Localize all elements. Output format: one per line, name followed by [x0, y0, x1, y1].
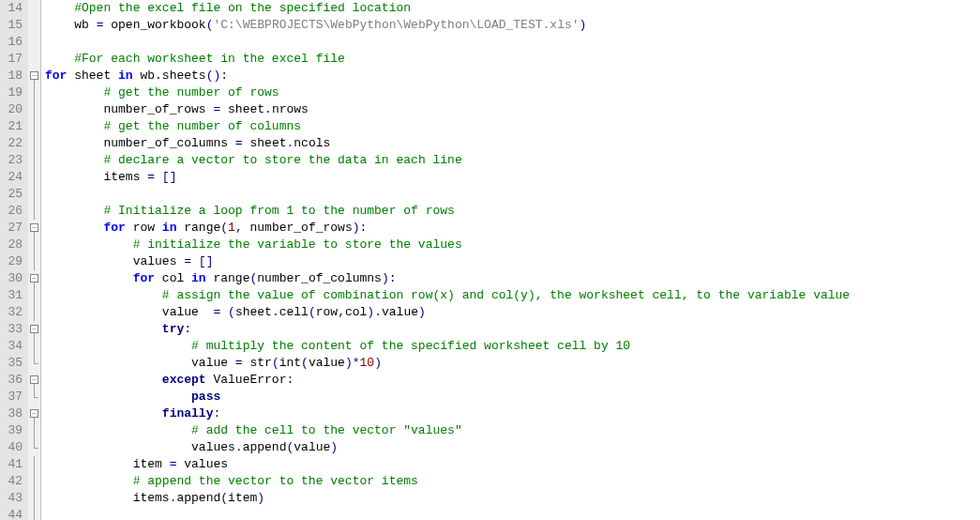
code-line[interactable]: # initialize the variable to store the v… — [45, 237, 980, 253]
line-number: 41 — [2, 456, 23, 473]
code-area[interactable]: #Open the excel file on the specified lo… — [41, 0, 980, 520]
code-line[interactable]: except ValueError: — [45, 372, 980, 389]
fold-toggle-icon[interactable]: − — [30, 409, 38, 418]
code-line[interactable]: for row in range(1, number_of_rows): — [45, 220, 980, 237]
code-line[interactable]: finally: — [45, 405, 980, 422]
line-number: 33 — [2, 321, 23, 338]
line-number: 14 — [2, 0, 23, 17]
line-number: 18 — [2, 68, 23, 84]
code-line[interactable] — [45, 507, 980, 520]
line-number: 24 — [2, 169, 23, 186]
line-number: 21 — [2, 118, 23, 135]
code-line[interactable]: # multiply the content of the specified … — [45, 338, 980, 355]
code-line[interactable]: for col in range(number_of_columns): — [45, 270, 980, 287]
code-line[interactable]: values.append(value) — [45, 439, 980, 456]
line-number: 22 — [2, 135, 23, 152]
code-line[interactable]: value = str(int(value)*10) — [45, 355, 980, 372]
code-line[interactable]: #For each worksheet in the excel file — [45, 51, 980, 68]
code-line[interactable]: try: — [45, 321, 980, 338]
line-number: 40 — [2, 439, 23, 456]
fold-toggle-icon[interactable]: − — [30, 71, 38, 80]
code-line[interactable]: # append the vector to the vector items — [45, 473, 980, 490]
line-number: 38 — [2, 405, 23, 422]
line-number: 31 — [2, 287, 23, 304]
code-line[interactable]: # assign the value of combination row(x)… — [45, 287, 980, 304]
code-line[interactable]: # declare a vector to store the data in … — [45, 152, 980, 169]
code-line[interactable]: # add the cell to the vector "values" — [45, 422, 980, 439]
line-number: 15 — [2, 17, 23, 34]
code-line[interactable]: # get the number of columns — [45, 118, 980, 135]
code-line[interactable]: wb = open_workbook('C:\WEBPROJECTS\WebPy… — [45, 17, 980, 34]
line-number: 23 — [2, 152, 23, 169]
code-line[interactable]: number_of_columns = sheet.ncols — [45, 135, 980, 152]
code-line[interactable]: number_of_rows = sheet.nrows — [45, 101, 980, 118]
fold-toggle-icon[interactable]: − — [30, 223, 38, 232]
fold-toggle-icon[interactable]: − — [30, 274, 38, 283]
code-line[interactable]: item = values — [45, 456, 980, 473]
line-number: 35 — [2, 355, 23, 372]
code-line[interactable]: # Initialize a loop from 1 to the number… — [45, 203, 980, 220]
line-number: 37 — [2, 389, 23, 405]
line-number-gutter: 1415161718192021222324252627282930313233… — [0, 0, 28, 520]
code-line[interactable] — [45, 34, 980, 51]
code-line[interactable] — [45, 186, 980, 203]
line-number: 34 — [2, 338, 23, 355]
line-number: 39 — [2, 422, 23, 439]
code-line[interactable]: for sheet in wb.sheets(): — [45, 68, 980, 84]
line-number: 42 — [2, 473, 23, 490]
line-number: 44 — [2, 507, 23, 520]
line-number: 43 — [2, 490, 23, 507]
fold-strip[interactable]: −−−−−− — [28, 0, 41, 520]
line-number: 16 — [2, 34, 23, 51]
line-number: 30 — [2, 270, 23, 287]
code-line[interactable]: #Open the excel file on the specified lo… — [45, 0, 980, 17]
line-number: 29 — [2, 253, 23, 270]
code-line[interactable]: items.append(item) — [45, 490, 980, 507]
line-number: 26 — [2, 203, 23, 220]
fold-toggle-icon[interactable]: − — [30, 375, 38, 384]
line-number: 17 — [2, 51, 23, 68]
line-number: 32 — [2, 304, 23, 321]
line-number: 19 — [2, 84, 23, 101]
code-line[interactable]: value = (sheet.cell(row,col).value) — [45, 304, 980, 321]
code-line[interactable]: pass — [45, 389, 980, 405]
code-line[interactable]: values = [] — [45, 253, 980, 270]
line-number: 27 — [2, 220, 23, 237]
code-line[interactable]: # get the number of rows — [45, 84, 980, 101]
line-number: 28 — [2, 237, 23, 253]
fold-toggle-icon[interactable]: − — [30, 325, 38, 333]
line-number: 36 — [2, 372, 23, 389]
line-number: 20 — [2, 101, 23, 118]
code-line[interactable]: items = [] — [45, 169, 980, 186]
line-number: 25 — [2, 186, 23, 203]
